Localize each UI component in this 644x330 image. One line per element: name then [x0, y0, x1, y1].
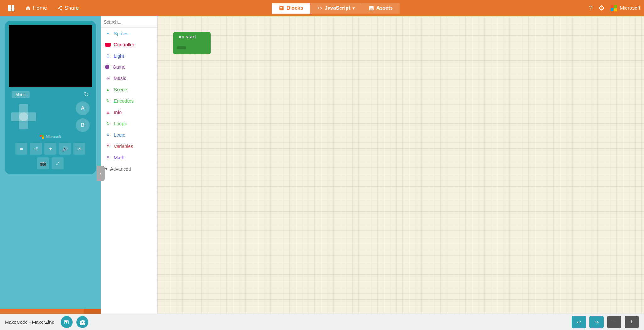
home-icon — [25, 5, 31, 11]
encoders-label: Encoders — [114, 98, 134, 103]
share-btn[interactable]: Share — [53, 3, 82, 13]
blocks-icon — [279, 5, 284, 11]
svg-rect-6 — [611, 8, 613, 11]
restart-btn[interactable]: ↺ — [30, 143, 42, 155]
zoom-in-btn[interactable]: + — [625, 316, 639, 328]
save-project-btn[interactable] — [61, 316, 73, 328]
sprites-label: Sprites — [114, 31, 129, 36]
top-nav: Home Share Blocks JavaScript ▾ Assets — [0, 0, 644, 16]
share-label: Share — [64, 5, 79, 11]
zoom-out-btn[interactable]: − — [607, 316, 621, 328]
undo-btn[interactable]: ↩ — [572, 316, 586, 328]
toolbox-item-game[interactable]: Game — [101, 61, 157, 72]
block-header: on start — [173, 32, 211, 41]
settings-btn[interactable]: ⚙ — [598, 4, 605, 12]
ms-label: Microsoft — [620, 5, 640, 11]
canvas-area[interactable]: on start — [157, 16, 644, 330]
simulator-device: Menu ↻ A B — [5, 21, 96, 174]
assets-icon — [369, 5, 374, 11]
tab-assets[interactable]: Assets — [362, 3, 400, 14]
settings-proj-icon — [80, 319, 85, 325]
debug-btn[interactable]: ✦ — [44, 143, 56, 155]
loops-label: Loops — [114, 121, 127, 126]
tab-js-label: JavaScript — [325, 5, 350, 11]
toolbox-item-loops[interactable]: ↻ Loops — [101, 118, 157, 129]
dpad-center — [19, 112, 28, 121]
js-icon — [317, 5, 323, 11]
logic-icon: ✕ — [105, 132, 111, 137]
redo-btn[interactable]: ↪ — [589, 316, 604, 328]
toolbox-item-controller[interactable]: Controller — [101, 39, 157, 50]
simulator-panel: Menu ↻ A B — [0, 16, 101, 330]
home-btn[interactable]: Home — [21, 3, 51, 13]
advanced-chevron: ▾ — [105, 166, 108, 171]
screenshot-btn[interactable]: 📷 — [37, 157, 49, 169]
refresh-btn[interactable]: ↻ — [84, 91, 89, 98]
music-label: Music — [114, 76, 126, 81]
toolbox-item-light[interactable]: ⊞ Light — [101, 50, 157, 61]
svg-rect-11 — [42, 137, 44, 139]
dpad[interactable] — [11, 104, 36, 129]
volume-btn[interactable]: 🔊 — [59, 143, 71, 155]
toolbox-search: 🔍 — [101, 16, 157, 28]
light-icon: ⊞ — [105, 53, 111, 59]
device-controls: Menu ↻ — [8, 90, 92, 99]
device-ms-icon — [40, 135, 44, 139]
logic-label: Logic — [114, 132, 125, 137]
controller-dot — [105, 43, 111, 47]
main-layout: Menu ↻ A B — [0, 0, 644, 330]
info-icon: ⊞ — [105, 109, 111, 115]
ab-buttons: A B — [76, 101, 90, 132]
grid-icon — [8, 4, 15, 12]
home-label: Home — [33, 5, 47, 11]
math-label: Math — [114, 155, 124, 160]
btn-a[interactable]: A — [76, 101, 90, 115]
block-on-start[interactable]: on start — [173, 32, 211, 54]
msg-btn[interactable]: ✉ — [73, 143, 85, 155]
scene-icon: ▲ — [105, 87, 111, 92]
bottom-bar: MakeCode - MakerZine ↩ ↪ − + — [0, 314, 644, 330]
settings-project-btn[interactable] — [76, 316, 88, 328]
toolbox-item-info[interactable]: ⊞ Info — [101, 106, 157, 118]
toolbox-item-advanced[interactable]: ▾ Advanced — [101, 163, 157, 174]
device-ms-label: Microsoft — [40, 135, 61, 139]
svg-rect-3 — [12, 8, 14, 11]
project-name: MakeCode - MakerZine — [5, 319, 54, 325]
toolbox-item-math[interactable]: ⊞ Math — [101, 152, 157, 163]
device-bottom-buttons: ■ ↺ ✦ 🔊 ✉ 📷 ⤢ — [8, 142, 92, 171]
share-icon — [57, 5, 63, 11]
toolbox-item-music[interactable]: ◎ Music — [101, 72, 157, 84]
game-label: Game — [113, 64, 125, 70]
svg-rect-0 — [8, 5, 11, 8]
svg-rect-7 — [614, 8, 617, 11]
on-start-label: on start — [179, 34, 196, 39]
toolbox-item-encoders[interactable]: ↻ Encoders — [101, 95, 157, 106]
device-screen — [9, 25, 92, 87]
collapse-arrow[interactable]: ‹ — [97, 166, 105, 181]
toolbox-item-scene[interactable]: ▲ Scene — [101, 84, 157, 95]
tab-assets-label: Assets — [376, 5, 393, 11]
btn-b[interactable]: B — [76, 118, 90, 132]
tab-blocks[interactable]: Blocks — [272, 3, 310, 14]
variables-label: Variables — [114, 143, 133, 149]
sprites-icon: ✦ — [105, 31, 111, 36]
toolbox-item-sprites[interactable]: ✦ Sprites — [101, 28, 157, 39]
block-puzzle-notch — [177, 46, 186, 49]
help-btn[interactable]: ? — [589, 4, 593, 12]
encoders-icon: ↻ — [105, 98, 111, 103]
device-ms-text: Microsoft — [46, 135, 61, 139]
svg-rect-5 — [614, 5, 617, 8]
stop-btn[interactable]: ■ — [15, 143, 27, 155]
tab-javascript[interactable]: JavaScript ▾ — [310, 3, 362, 14]
nav-logo-btn[interactable] — [4, 3, 19, 14]
svg-rect-9 — [42, 135, 44, 137]
expand-btn[interactable]: ⤢ — [52, 157, 64, 169]
menu-btn[interactable]: Menu — [12, 91, 30, 98]
toolbox-item-logic[interactable]: ✕ Logic — [101, 129, 157, 140]
math-icon: ⊞ — [105, 154, 111, 160]
controller-label: Controller — [114, 42, 134, 47]
toolbox: 🔍 ✦ Sprites Controller ⊞ Light Game ◎ Mu… — [101, 16, 157, 330]
microsoft-logo: Microsoft — [610, 5, 640, 12]
search-input[interactable] — [104, 20, 157, 25]
toolbox-item-variables[interactable]: ≡ Variables — [101, 140, 157, 152]
